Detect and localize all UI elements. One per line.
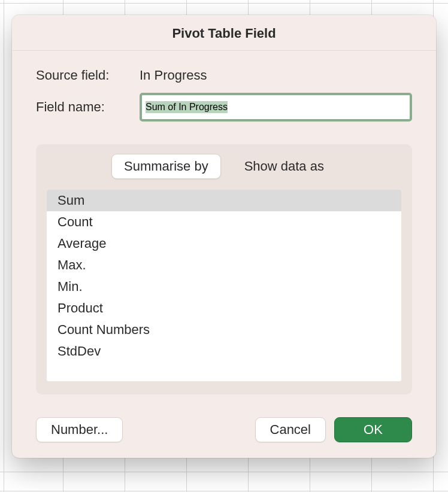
- dialog-footer: Number... Cancel OK: [12, 406, 436, 458]
- list-item[interactable]: StdDev: [47, 341, 401, 362]
- field-name-label: Field name:: [36, 99, 135, 115]
- list-item[interactable]: Max.: [47, 254, 401, 276]
- field-name-row: Field name: Sum of In Progress: [36, 93, 412, 122]
- source-field-label: Source field:: [36, 68, 135, 83]
- summarise-listbox[interactable]: Sum Count Average Max. Min. Product Coun…: [47, 190, 401, 381]
- list-item[interactable]: Product: [47, 297, 401, 319]
- ok-button[interactable]: OK: [334, 417, 412, 442]
- list-item[interactable]: Min.: [47, 276, 401, 297]
- source-field-value: In Progress: [140, 68, 412, 83]
- dialog-body: Source field: In Progress Field name: Su…: [12, 51, 436, 406]
- dialog-title: Pivot Table Field: [12, 15, 436, 51]
- number-format-button[interactable]: Number...: [36, 417, 123, 442]
- tab-strip: Summarise by Show data as: [47, 154, 401, 179]
- footer-spacer: [131, 417, 246, 442]
- list-item[interactable]: Count: [47, 211, 401, 233]
- field-name-input[interactable]: Sum of In Progress: [146, 101, 228, 113]
- list-item[interactable]: Count Numbers: [47, 319, 401, 341]
- cancel-button[interactable]: Cancel: [255, 417, 326, 442]
- list-item[interactable]: Sum: [47, 190, 401, 211]
- source-field-row: Source field: In Progress: [36, 68, 412, 83]
- tabs-panel: Summarise by Show data as Sum Count Aver…: [36, 144, 412, 394]
- tab-summarise-by[interactable]: Summarise by: [111, 154, 221, 179]
- field-name-input-wrap[interactable]: Sum of In Progress: [140, 93, 412, 122]
- pivot-table-field-dialog: Pivot Table Field Source field: In Progr…: [12, 15, 436, 458]
- list-item[interactable]: Average: [47, 233, 401, 254]
- tab-show-data-as[interactable]: Show data as: [232, 154, 337, 179]
